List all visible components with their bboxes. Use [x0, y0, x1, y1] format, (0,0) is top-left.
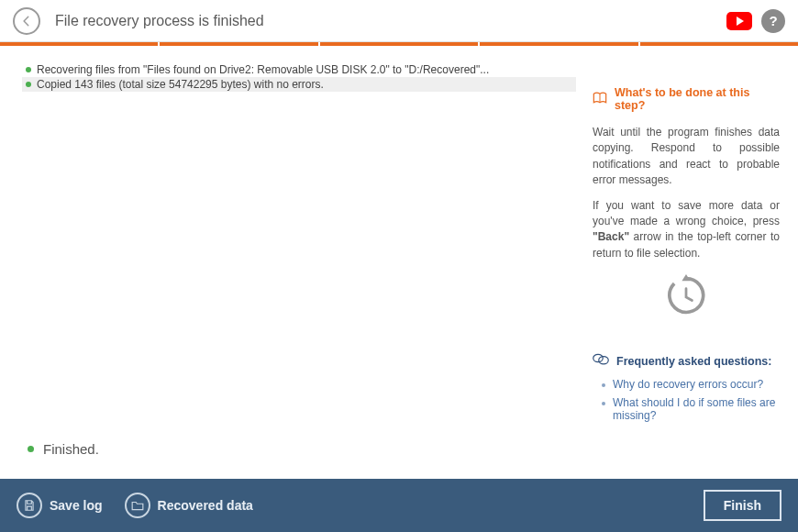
top-bar: File recovery process is finished ? [0, 0, 798, 42]
info-heading: What's to be done at this step? [593, 86, 780, 112]
youtube-icon[interactable] [726, 12, 752, 30]
log-line: Recovering files from "Files found on Dr… [22, 62, 576, 77]
finish-button[interactable]: Finish [704, 490, 781, 521]
save-log-label: Save log [50, 498, 103, 513]
back-button[interactable] [13, 7, 40, 35]
help-icon[interactable]: ? [761, 9, 785, 33]
status-text: Finished. [43, 441, 99, 457]
log-text: Recovering files from "Files found on Dr… [37, 63, 489, 76]
save-icon [17, 493, 42, 518]
save-log-button[interactable]: Save log [17, 493, 103, 518]
faq-heading: Frequently asked questions: [593, 353, 780, 369]
info-heading-text: What's to be done at this step? [615, 86, 780, 112]
content-area: Recovering files from "Files found on Dr… [0, 46, 798, 479]
folder-icon [125, 493, 150, 518]
recovered-data-label: Recovered data [158, 498, 253, 513]
faq-link[interactable]: What should I do if some files are missi… [602, 396, 780, 422]
info-paragraph: If you want to save more data or you've … [593, 198, 780, 262]
status-dot-icon [28, 446, 34, 452]
log-text: Copied 143 files (total size 54742295 by… [37, 78, 324, 91]
recovered-data-button[interactable]: Recovered data [125, 493, 253, 518]
info-panel: What's to be done at this step? Wait unt… [585, 46, 798, 479]
status-dot-icon [26, 67, 31, 72]
recovery-log: Recovering files from "Files found on Dr… [22, 62, 576, 92]
faq-link[interactable]: Why do recovery errors occur? [602, 378, 780, 391]
svg-point-3 [599, 357, 609, 364]
progress-spinner [593, 274, 780, 316]
clock-spinner-icon [665, 274, 707, 316]
status-line: Finished. [22, 434, 576, 470]
book-icon [593, 92, 607, 107]
log-line: Copied 143 files (total size 54742295 by… [22, 77, 576, 92]
finish-label: Finish [724, 498, 761, 513]
faq-heading-text: Frequently asked questions: [616, 355, 771, 368]
page-title: File recovery process is finished [55, 13, 726, 29]
footer-bar: Save log Recovered data Finish [0, 479, 798, 532]
info-paragraph: Wait until the program finishes data cop… [593, 125, 780, 189]
top-icons: ? [726, 9, 785, 33]
svg-point-2 [593, 355, 604, 362]
faq-list: Why do recovery errors occur? What shoul… [593, 378, 780, 422]
log-panel: Recovering files from "Files found on Dr… [0, 46, 585, 479]
status-dot-icon [26, 82, 31, 87]
faq-icon [593, 353, 609, 369]
arrow-left-icon [20, 15, 33, 28]
